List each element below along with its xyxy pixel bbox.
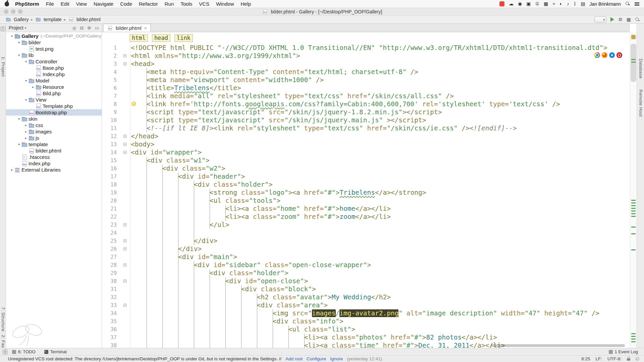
- stripe-mark[interactable]: [631, 202, 636, 203]
- stripe-mark[interactable]: [631, 213, 636, 214]
- safari-browser-icon[interactable]: [609, 52, 615, 58]
- code-line-28[interactable]: 28 <div id="sidebar" class="open-close-w…: [102, 261, 371, 269]
- code-line-31[interactable]: 31 <div class="block">: [102, 285, 316, 293]
- horizontal-scrollbar[interactable]: [491, 344, 625, 347]
- stripe-mark[interactable]: [631, 216, 636, 217]
- menu-help[interactable]: Help: [237, 1, 254, 7]
- circled-one-icon[interactable]: ①: [535, 1, 540, 6]
- minimize-window-button[interactable]: [11, 9, 15, 14]
- code-line-37[interactable]: 37 <li><a class="photos" href="#">82 pho…: [102, 334, 497, 342]
- line-number[interactable]: 25: [102, 237, 117, 245]
- ignore-link[interactable]: Ignore: [330, 356, 343, 361]
- line-number[interactable]: 19: [102, 189, 117, 197]
- line-number[interactable]: 9: [102, 108, 117, 116]
- scroll-from-source-icon[interactable]: ◎: [72, 25, 76, 31]
- tool-button-todo[interactable]: 6: TODO: [12, 349, 36, 354]
- project-tree-row-external-libraries[interactable]: ▸External Libraries: [6, 167, 102, 173]
- grid-icon[interactable]: ▣: [526, 1, 531, 6]
- code-line-23[interactable]: 23 </ul>: [102, 221, 229, 229]
- code-line-35[interactable]: 35 <div class="info">: [102, 317, 343, 325]
- project-tree-row-index-php[interactable]: index.php: [6, 160, 102, 167]
- menu-phpstorm[interactable]: PhpStorm: [12, 1, 43, 7]
- stripe-mark[interactable]: [631, 249, 636, 250]
- fold-marker-icon[interactable]: [123, 62, 126, 65]
- fold-marker-icon[interactable]: [123, 263, 126, 266]
- project-view-title[interactable]: Project: [9, 25, 23, 31]
- keyboard-icon[interactable]: ▤: [581, 1, 585, 6]
- chevron-right-icon[interactable]: ▸: [31, 85, 36, 89]
- fold-marker-icon[interactable]: [123, 151, 126, 154]
- project-tree-row-bilder-phtml[interactable]: bilder.phtml: [6, 147, 102, 154]
- line-number[interactable]: 30: [102, 277, 117, 285]
- chevron-down-icon[interactable]: ▾: [16, 142, 21, 146]
- line-number[interactable]: 38: [102, 342, 117, 348]
- line-number[interactable]: 14: [102, 148, 117, 157]
- menubar-user[interactable]: Jan Brinkmann: [590, 1, 621, 7]
- tool-button-event-log[interactable]: 1 Event Log: [609, 349, 644, 354]
- line-number[interactable]: 35: [102, 317, 117, 325]
- menu-view[interactable]: View: [73, 1, 90, 7]
- menu-file[interactable]: File: [43, 1, 57, 7]
- project-tree-row-js[interactable]: ▸js: [6, 135, 102, 141]
- line-number[interactable]: 29: [102, 269, 117, 277]
- project-tree-row-lib[interactable]: ▾lib: [6, 52, 102, 58]
- chevron-down-icon[interactable]: ▾: [23, 79, 29, 82]
- file-encoding[interactable]: UTF-8:: [607, 356, 622, 361]
- project-tree-row-controller[interactable]: ▾Controller: [6, 58, 102, 65]
- code-line-2[interactable]: 2<html xmlns="http://www.w3.org/1999/xht…: [102, 52, 300, 60]
- tool-button-project[interactable]: 1: Project: [1, 57, 6, 77]
- line-number[interactable]: 26: [102, 245, 117, 253]
- caret-position[interactable]: 8:25: [581, 356, 590, 361]
- stripe-mark[interactable]: [631, 227, 636, 228]
- menu-window[interactable]: Window: [213, 1, 237, 7]
- line-number[interactable]: 8: [102, 100, 117, 108]
- menu-run[interactable]: Run: [161, 1, 177, 7]
- hide-panel-icon[interactable]: ▭: [95, 25, 99, 31]
- tool-button-remote-host[interactable]: Remote Host: [638, 89, 643, 117]
- code-line-9[interactable]: 9 <script type="text/javascript" src="/s…: [102, 108, 442, 116]
- code-line-17[interactable]: 17 <div id="header">: [102, 173, 245, 181]
- chevron-down-icon[interactable]: ▾: [25, 26, 26, 30]
- spotlight-search-icon[interactable]: [625, 1, 630, 6]
- toolwindow-switcher-icon[interactable]: [3, 350, 7, 354]
- chevron-right-icon[interactable]: ▸: [9, 168, 14, 172]
- project-tree-row-skin[interactable]: ▾skin: [6, 116, 102, 122]
- line-number[interactable]: 11: [102, 124, 117, 132]
- tool-button-structure[interactable]: 7: Structure: [1, 307, 6, 331]
- project-tree-row-template[interactable]: ▾template: [6, 141, 102, 147]
- code-line-13[interactable]: 13<body>: [102, 140, 154, 148]
- project-tree-row-index-php[interactable]: Index.php: [6, 71, 102, 77]
- code-line-16[interactable]: 16 <div class="w2">: [102, 165, 225, 173]
- apple-menu-icon[interactable]: [5, 2, 9, 6]
- project-tree-row-test-png[interactable]: test.png: [6, 46, 102, 52]
- code-line-21[interactable]: 21 <li><a class="home" href="#">home</a>…: [102, 205, 391, 213]
- line-number[interactable]: 6: [102, 84, 117, 92]
- breadcrumb-template[interactable]: template: [35, 17, 62, 22]
- code-line-3[interactable]: 3<head>: [102, 60, 154, 68]
- fold-marker-icon[interactable]: [123, 135, 126, 138]
- line-number[interactable]: 24: [102, 229, 117, 237]
- stripe-mark[interactable]: [631, 233, 636, 234]
- tag-breadcrumb-head[interactable]: head: [152, 34, 170, 42]
- code-line-19[interactable]: 19 <strong class="logo"><a href="#">Trib…: [102, 189, 426, 197]
- code-line-18[interactable]: 18 <div class="holder">: [102, 181, 273, 189]
- code-line-5[interactable]: 5 <meta name="viewport" content="width=1…: [102, 76, 324, 84]
- fold-marker-icon[interactable]: [123, 143, 126, 146]
- line-number[interactable]: 37: [102, 334, 117, 342]
- line-number[interactable]: 23: [102, 221, 117, 229]
- run-config-select[interactable]: ▾: [594, 16, 606, 22]
- code-line-8[interactable]: 8 <link href='http://fonts.googleapis.co…: [102, 100, 560, 108]
- line-number[interactable]: 15: [102, 157, 117, 165]
- line-number[interactable]: 7: [102, 92, 117, 100]
- line-number[interactable]: 1: [102, 44, 117, 52]
- code-line-24[interactable]: 24: [102, 229, 131, 237]
- code-line-36[interactable]: 36 <ul class="list">: [102, 325, 355, 334]
- fold-marker-icon[interactable]: [123, 304, 126, 307]
- stripe-mark[interactable]: [631, 205, 636, 206]
- menu-vcs[interactable]: VCS: [196, 1, 213, 7]
- line-number[interactable]: 18: [102, 181, 117, 189]
- code-line-7[interactable]: 7 <link media="all" rel="stylesheet" typ…: [102, 92, 454, 100]
- line-number[interactable]: 16: [102, 165, 117, 173]
- code-line-34[interactable]: 34 <img src="images/img-avatar2.png" alt…: [102, 309, 599, 317]
- error-stripe[interactable]: [630, 32, 637, 348]
